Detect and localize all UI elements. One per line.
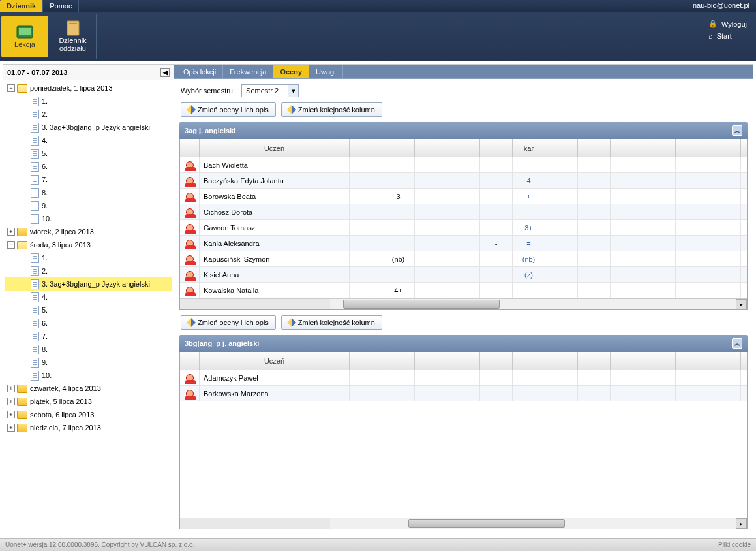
cell[interactable]: + bbox=[513, 189, 545, 204]
cell[interactable] bbox=[708, 220, 741, 236]
tree-slot[interactable]: 9. bbox=[5, 356, 172, 369]
table-row[interactable]: Cichosz Dorota- bbox=[180, 204, 747, 220]
cell[interactable] bbox=[676, 251, 708, 267]
cell[interactable] bbox=[578, 251, 611, 267]
cell[interactable] bbox=[611, 236, 643, 251]
cell[interactable] bbox=[643, 386, 676, 401]
cell[interactable] bbox=[741, 204, 747, 220]
cell[interactable] bbox=[350, 204, 382, 220]
expander-icon[interactable]: + bbox=[7, 424, 15, 432]
cell[interactable] bbox=[676, 386, 708, 401]
ribbon-lekcja[interactable]: Lekcja bbox=[1, 16, 48, 57]
cell[interactable] bbox=[415, 157, 447, 173]
cell[interactable] bbox=[447, 189, 480, 204]
cookie-link[interactable]: Pliki cookie bbox=[718, 541, 751, 548]
cell[interactable] bbox=[480, 189, 513, 204]
zmien-oceny-button-2[interactable]: Zmień oceny i ich opis bbox=[181, 315, 276, 330]
zmien-oceny-button[interactable]: Zmień oceny i ich opis bbox=[181, 102, 276, 117]
cell[interactable] bbox=[480, 173, 513, 189]
col[interactable] bbox=[382, 139, 415, 157]
expander-icon[interactable]: − bbox=[7, 84, 15, 92]
col-kar[interactable]: kar bbox=[513, 139, 545, 157]
tab-opis[interactable]: Opis lekcji bbox=[177, 65, 223, 78]
col-uczen[interactable]: Uczeń bbox=[200, 139, 350, 157]
table-row[interactable]: Kapuściński Szymon(nb)(nb) bbox=[180, 251, 747, 267]
cell[interactable] bbox=[415, 251, 447, 267]
cell[interactable] bbox=[447, 386, 480, 401]
cell[interactable]: (z) bbox=[513, 267, 545, 283]
cell[interactable] bbox=[382, 204, 415, 220]
cell[interactable]: + bbox=[480, 267, 513, 283]
cell[interactable] bbox=[676, 236, 708, 251]
scroll-track[interactable] bbox=[330, 518, 736, 529]
cell[interactable] bbox=[643, 157, 676, 173]
cell[interactable] bbox=[611, 283, 643, 298]
cell[interactable] bbox=[578, 386, 611, 401]
col[interactable] bbox=[611, 352, 643, 370]
cell[interactable] bbox=[611, 251, 643, 267]
cell[interactable] bbox=[611, 204, 643, 220]
tree-day-pon[interactable]: −poniedziałek, 1 lipca 2013 bbox=[5, 82, 172, 95]
tree-day-wt[interactable]: +wtorek, 2 lipca 2013 bbox=[5, 225, 172, 238]
scroll-thumb[interactable] bbox=[408, 519, 565, 528]
col[interactable] bbox=[480, 352, 513, 370]
cell[interactable] bbox=[676, 283, 708, 298]
cell[interactable] bbox=[415, 204, 447, 220]
cell[interactable] bbox=[741, 251, 747, 267]
cell[interactable] bbox=[382, 220, 415, 236]
cell[interactable] bbox=[350, 220, 382, 236]
collapse-icon[interactable]: ︽ bbox=[732, 338, 742, 349]
cell[interactable] bbox=[741, 189, 747, 204]
col[interactable] bbox=[415, 139, 447, 157]
cell[interactable] bbox=[643, 189, 676, 204]
cell[interactable] bbox=[545, 204, 578, 220]
zmien-kolejnosc-button-2[interactable]: Zmień kolejność kolumn bbox=[281, 315, 382, 330]
table-row[interactable]: Borkowska Marzena bbox=[180, 386, 747, 401]
cell[interactable] bbox=[480, 157, 513, 173]
col[interactable] bbox=[513, 352, 545, 370]
cell[interactable] bbox=[676, 220, 708, 236]
sidebar-collapse-icon[interactable]: ◀ bbox=[160, 68, 170, 77]
tree-slot[interactable]: 10. bbox=[5, 369, 172, 382]
cell[interactable] bbox=[741, 236, 747, 251]
cell[interactable] bbox=[708, 157, 741, 173]
cell[interactable] bbox=[643, 236, 676, 251]
cell[interactable] bbox=[643, 370, 676, 386]
cell[interactable] bbox=[415, 267, 447, 283]
cell[interactable] bbox=[513, 386, 545, 401]
cell[interactable] bbox=[578, 220, 611, 236]
cell[interactable] bbox=[676, 204, 708, 220]
tree-day-sr[interactable]: −środa, 3 lipca 2013 bbox=[5, 238, 172, 251]
col[interactable] bbox=[350, 352, 382, 370]
cell[interactable] bbox=[643, 251, 676, 267]
scroll-right-icon[interactable]: ▸ bbox=[736, 299, 747, 309]
cell[interactable] bbox=[741, 267, 747, 283]
table-row[interactable]: Borowska Beata3+ bbox=[180, 189, 747, 204]
cell[interactable] bbox=[350, 157, 382, 173]
cell[interactable] bbox=[708, 189, 741, 204]
cell[interactable] bbox=[415, 236, 447, 251]
col[interactable] bbox=[708, 352, 741, 370]
col[interactable] bbox=[741, 352, 753, 370]
cell[interactable] bbox=[415, 173, 447, 189]
tree-slot[interactable]: 2. bbox=[5, 264, 172, 277]
cell[interactable] bbox=[350, 386, 382, 401]
cell[interactable] bbox=[350, 283, 382, 298]
tree-day-sob[interactable]: +sobota, 6 lipca 2013 bbox=[5, 408, 172, 421]
col[interactable] bbox=[643, 139, 676, 157]
cell[interactable] bbox=[513, 370, 545, 386]
col[interactable] bbox=[545, 139, 578, 157]
cell[interactable] bbox=[545, 173, 578, 189]
cell[interactable] bbox=[741, 220, 747, 236]
cell[interactable] bbox=[447, 251, 480, 267]
cell[interactable] bbox=[545, 220, 578, 236]
cell[interactable] bbox=[480, 251, 513, 267]
tree-slot[interactable]: 8. bbox=[5, 343, 172, 356]
cell[interactable] bbox=[447, 236, 480, 251]
expander-icon[interactable]: + bbox=[7, 411, 15, 418]
tree-slot[interactable]: 9. bbox=[5, 199, 172, 212]
cell[interactable] bbox=[382, 386, 415, 401]
col[interactable] bbox=[447, 352, 480, 370]
cell[interactable] bbox=[447, 220, 480, 236]
cell[interactable]: (nb) bbox=[382, 251, 415, 267]
